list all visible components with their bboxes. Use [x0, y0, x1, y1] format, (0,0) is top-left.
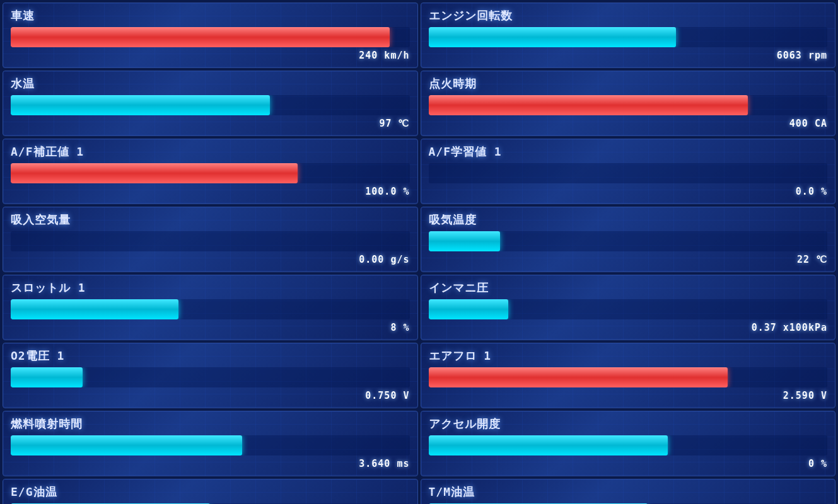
cell-throttle: スロットル 1 8 % — [3, 275, 418, 340]
bar-area-intake-temp: 22 ℃ — [429, 231, 828, 265]
label-tm-oil-temp: T/M油温 — [429, 484, 828, 500]
bar-area-throttle: 8 % — [11, 299, 410, 333]
value-o2-voltage: 0.750 V — [11, 389, 410, 401]
value-water-temp: 97 ℃ — [11, 117, 410, 129]
value-speed: 240 km/h — [11, 49, 410, 61]
cell-air-flow-mass: 吸入空気量 0.00 g/s — [3, 207, 418, 272]
cell-intake-temp: 吸気温度 22 ℃ — [421, 207, 836, 272]
bar-area-airflow-voltage: 2.590 V — [429, 367, 828, 401]
value-af-correction: 100.0 % — [11, 185, 410, 197]
label-intake-pressure: インマニ圧 — [429, 280, 828, 295]
bar-area-fuel-injection: 3.640 ms — [11, 435, 410, 469]
bar-area-accel-position: 0 % — [429, 435, 828, 469]
bar-track-speed — [11, 27, 410, 47]
value-fuel-injection: 3.640 ms — [11, 457, 410, 469]
bar-track-throttle — [11, 299, 410, 319]
bar-fill-o2-voltage — [11, 367, 83, 387]
bar-area-af-learning: 0.0 % — [429, 163, 828, 197]
label-ignition: 点火時期 — [429, 76, 828, 91]
bar-track-ignition — [429, 95, 828, 115]
bar-area-air-flow-mass: 0.00 g/s — [11, 231, 410, 265]
cell-ignition: 点火時期 400 CA — [421, 71, 836, 136]
bar-fill-fuel-injection — [11, 435, 242, 455]
value-throttle: 8 % — [11, 321, 410, 333]
bar-track-air-flow-mass — [11, 231, 410, 251]
cell-speed: 車速 240 km/h — [3, 3, 418, 68]
bar-area-water-temp: 97 ℃ — [11, 95, 410, 129]
bar-fill-accel-position — [429, 435, 668, 455]
bar-track-af-learning — [429, 163, 828, 183]
label-airflow-voltage: エアフロ 1 — [429, 348, 828, 364]
value-rpm: 6063 rpm — [429, 49, 828, 61]
value-intake-temp: 22 ℃ — [429, 253, 828, 265]
cell-tm-oil-temp: T/M油温 84 ℃ — [421, 479, 836, 504]
label-air-flow-mass: 吸入空気量 — [11, 212, 410, 227]
bar-area-af-correction: 100.0 % — [11, 163, 410, 197]
label-speed: 車速 — [11, 8, 410, 23]
cell-intake-pressure: インマニ圧 0.37 x100kPa — [421, 275, 836, 340]
label-accel-position: アクセル開度 — [429, 416, 828, 432]
bar-area-rpm: 6063 rpm — [429, 27, 828, 61]
label-rpm: エンジン回転数 — [429, 8, 828, 23]
bar-area-ignition: 400 CA — [429, 95, 828, 129]
label-throttle: スロットル 1 — [11, 280, 410, 295]
cell-af-correction: A/F補正値 1 100.0 % — [3, 139, 418, 204]
bar-fill-airflow-voltage — [429, 367, 728, 387]
bar-track-rpm — [429, 27, 828, 47]
value-accel-position: 0 % — [429, 457, 828, 469]
cell-eg-oil-temp: E/G油温 84 ℃ — [3, 479, 418, 504]
cell-fuel-injection: 燃料噴射時間 3.640 ms — [3, 411, 418, 476]
value-intake-pressure: 0.37 x100kPa — [429, 321, 828, 333]
bar-track-airflow-voltage — [429, 367, 828, 387]
bar-fill-ignition — [429, 95, 748, 115]
bar-track-fuel-injection — [11, 435, 410, 455]
bar-fill-intake-temp — [429, 231, 501, 251]
bar-area-speed: 240 km/h — [11, 27, 410, 61]
label-fuel-injection: 燃料噴射時間 — [11, 416, 410, 432]
bar-fill-water-temp — [11, 95, 270, 115]
main-grid: 車速 240 km/h エンジン回転数 6063 rpm 水温 — [0, 0, 838, 504]
bar-track-accel-position — [429, 435, 828, 455]
bar-fill-intake-pressure — [429, 299, 509, 319]
cell-o2-voltage: O2電圧 1 0.750 V — [3, 343, 418, 408]
label-eg-oil-temp: E/G油温 — [11, 484, 410, 500]
bar-track-intake-temp — [429, 231, 828, 251]
cell-af-learning: A/F学習値 1 0.0 % — [421, 139, 836, 204]
label-af-learning: A/F学習値 1 — [429, 144, 828, 159]
bar-area-intake-pressure: 0.37 x100kPa — [429, 299, 828, 333]
value-af-learning: 0.0 % — [429, 185, 828, 197]
label-af-correction: A/F補正値 1 — [11, 144, 410, 159]
cell-water-temp: 水温 97 ℃ — [3, 71, 418, 136]
bar-track-water-temp — [11, 95, 410, 115]
bar-fill-rpm — [429, 27, 676, 47]
value-air-flow-mass: 0.00 g/s — [11, 253, 410, 265]
bar-area-o2-voltage: 0.750 V — [11, 367, 410, 401]
bar-track-intake-pressure — [429, 299, 828, 319]
cell-airflow-voltage: エアフロ 1 2.590 V — [421, 343, 836, 408]
bar-track-o2-voltage — [11, 367, 410, 387]
label-o2-voltage: O2電圧 1 — [11, 348, 410, 364]
bar-fill-af-correction — [11, 163, 298, 183]
bar-fill-speed — [11, 27, 390, 47]
label-water-temp: 水温 — [11, 76, 410, 91]
value-ignition: 400 CA — [429, 117, 828, 129]
value-airflow-voltage: 2.590 V — [429, 389, 828, 401]
label-intake-temp: 吸気温度 — [429, 212, 828, 227]
cell-rpm: エンジン回転数 6063 rpm — [421, 3, 836, 68]
bar-fill-throttle — [11, 299, 178, 319]
bar-track-af-correction — [11, 163, 410, 183]
cell-accel-position: アクセル開度 0 % — [421, 411, 836, 476]
